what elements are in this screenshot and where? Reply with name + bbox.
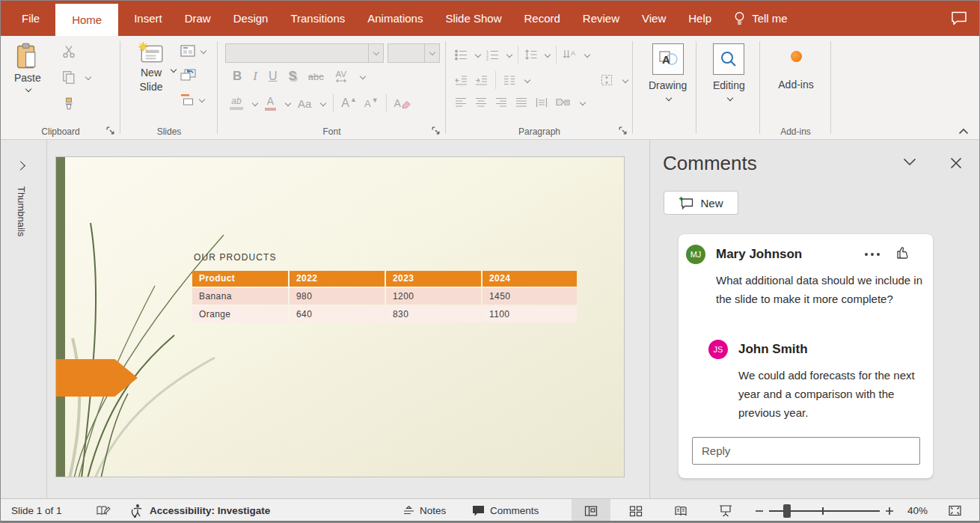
decrease-indent-button[interactable] [455,75,468,86]
zoom-level[interactable]: 40% [907,499,928,522]
align-left-button[interactable] [455,97,467,108]
table-cell[interactable]: 1450 [483,288,577,305]
slide-title-text[interactable]: OUR PRODUCTS [194,252,277,263]
expand-thumbnails-chevron-icon[interactable] [16,161,25,171]
tab-file[interactable]: File [1,1,51,36]
copy-button[interactable] [62,70,91,84]
smartart-chevron [580,99,586,105]
table-cell[interactable]: 830 [386,306,481,322]
new-slide-button[interactable]: New Slide [129,42,173,94]
tab-home[interactable]: Home [55,4,118,36]
strikethrough-button[interactable]: abc [308,71,324,82]
bold-button[interactable]: B [233,69,242,84]
underline-button[interactable]: U [269,70,278,83]
table-header-cell[interactable]: Product [192,271,288,287]
format-painter-button[interactable] [62,97,76,111]
comments-panel-close-icon[interactable] [950,157,962,169]
comments-toggle[interactable]: Comments [471,499,539,522]
paste-button[interactable]: Paste [14,42,41,91]
slide-show-button[interactable] [706,499,745,522]
font-dialog-launcher[interactable] [431,126,441,135]
new-slide-chevron [171,67,177,73]
chat-bubble-icon[interactable] [951,10,967,25]
font-size-combo[interactable] [388,43,440,63]
addins-button[interactable]: Add-ins [772,51,820,91]
reading-view-button[interactable] [661,499,700,522]
font-group: B I U S abc AV ab A Aa [218,36,446,139]
align-center-button[interactable] [475,97,487,108]
line-spacing-button[interactable] [524,49,537,61]
character-spacing-button[interactable]: AV [335,70,347,83]
tab-insert[interactable]: Insert [123,1,174,36]
text-shadow-button[interactable]: S [289,69,297,84]
tab-draw[interactable]: Draw [174,1,222,36]
tab-slide-show[interactable]: Slide Show [434,1,512,36]
align-right-button[interactable] [495,97,507,108]
tab-animations[interactable]: Animations [356,1,434,36]
table-cell[interactable]: 1100 [483,306,577,322]
change-case-button[interactable]: Aa [298,97,311,110]
tab-record[interactable]: Record [512,1,571,36]
comment-more-options-icon[interactable] [864,252,881,257]
text-direction-button[interactable]: A [563,49,577,61]
comments-panel-collapse-chevron-icon[interactable] [903,158,916,166]
tab-help[interactable]: Help [677,1,723,36]
increase-indent-button[interactable] [475,75,488,86]
zoom-in-button[interactable] [885,499,894,522]
clear-formatting-button[interactable]: A [394,97,411,109]
fit-to-window-icon [948,504,962,517]
convert-smartart-button[interactable] [556,97,570,108]
font-name-combo[interactable] [225,43,384,63]
tell-me-button[interactable]: Tell me [723,10,798,27]
table-header-cell[interactable]: 2023 [386,271,481,287]
table-cell[interactable]: 980 [290,288,385,305]
zoom-out-button[interactable] [755,499,764,522]
table-cell[interactable]: Orange [192,306,288,322]
lightbulb-icon [733,10,746,27]
accessibility-checker[interactable]: Accessibility: Investigate [129,499,270,522]
align-text-button[interactable] [600,73,613,87]
tab-view[interactable]: View [631,1,677,36]
numbering-button[interactable]: 1 2 3 [486,49,499,61]
slide-canvas[interactable]: OUR PRODUCTS Product 2022 2023 2024 Bana… [55,156,625,477]
table-header-cell[interactable]: 2024 [483,271,577,287]
highlight-color-button[interactable]: ab [230,97,243,110]
clipboard-dialog-launcher[interactable] [105,126,115,135]
table-cell[interactable]: 1200 [386,288,481,305]
slide-layout-button[interactable] [180,45,206,57]
spell-check-button[interactable] [96,499,111,522]
bullets-button[interactable] [455,49,468,61]
font-color-button[interactable]: A [265,97,276,111]
section-button[interactable] [180,93,204,105]
section-icon [180,93,194,105]
table-cell[interactable]: 640 [290,306,385,322]
slide-table[interactable]: Product 2022 2023 2024 Banana 980 1200 1… [192,271,573,322]
columns-chevron [524,77,530,83]
tab-transitions[interactable]: Transitions [279,1,356,36]
shrink-font-button[interactable]: A▼ [364,98,379,109]
collapse-ribbon-button[interactable] [958,128,969,135]
table-header-cell[interactable]: 2022 [290,271,385,287]
zoom-slider-thumb[interactable] [783,504,791,518]
distribute-button[interactable] [536,97,548,108]
tab-review[interactable]: Review [572,1,631,36]
grow-font-button[interactable]: A▲ [341,97,357,110]
columns-button[interactable] [503,75,515,86]
slide-counter[interactable]: Slide 1 of 1 [11,499,62,522]
reset-slide-button[interactable] [180,69,197,82]
editing-button[interactable]: Editing [713,43,745,100]
notes-toggle[interactable]: Notes [402,499,446,522]
fit-slide-to-window-button[interactable] [948,499,962,522]
drawing-button[interactable]: A Drawing [649,43,687,100]
new-comment-button[interactable]: New [664,191,738,215]
like-thumb-icon[interactable] [896,245,910,260]
paragraph-dialog-launcher[interactable] [618,126,628,135]
table-cell[interactable]: Banana [192,288,288,305]
reply-input[interactable] [692,437,920,465]
tab-design[interactable]: Design [222,1,280,36]
normal-view-button[interactable] [572,499,610,522]
slide-sorter-view-button[interactable] [616,499,655,522]
justify-button[interactable] [515,97,527,108]
cut-button[interactable] [62,45,76,58]
italic-button[interactable]: I [253,69,257,84]
